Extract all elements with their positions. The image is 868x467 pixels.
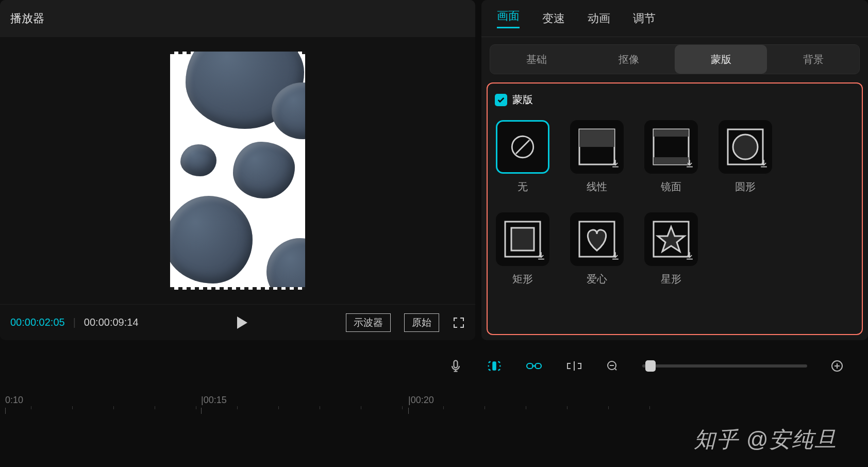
timecode-separator: | (73, 316, 76, 328)
tick-minor (526, 406, 526, 409)
download-icon[interactable] (536, 251, 546, 263)
tick-minor (196, 406, 196, 409)
mask-section: 蒙版 无线性镜面圆形矩形爱心星形 (487, 82, 863, 335)
timecode-total: 00:00:09:14 (84, 316, 139, 328)
preview-canvas[interactable] (170, 52, 305, 290)
mask-option-circle[interactable]: 圆形 (717, 120, 773, 194)
tick-minor (113, 406, 114, 409)
preview-area[interactable] (0, 37, 475, 304)
svg-point-8 (733, 135, 758, 159)
mask-option-rect[interactable]: 矩形 (495, 212, 550, 286)
zoom-slider[interactable] (642, 364, 807, 368)
mask-label: 星形 (661, 272, 681, 286)
mask-thumb-linear[interactable] (570, 120, 624, 174)
mask-option-heart[interactable]: 爱心 (569, 212, 625, 286)
bottom-toolbar (0, 345, 868, 387)
mask-thumb-circle[interactable] (719, 120, 772, 174)
tab-picture[interactable]: 画面 (497, 8, 520, 28)
subtab-cutout[interactable]: 抠像 (582, 45, 675, 74)
mask-option-star[interactable]: 星形 (643, 212, 699, 286)
svg-line-1 (516, 140, 529, 154)
fullscreen-icon[interactable] (453, 316, 465, 329)
link-icon[interactable] (526, 360, 542, 372)
tab-adjust[interactable]: 调节 (633, 11, 656, 26)
mask-enable-checkbox[interactable] (495, 94, 507, 106)
mask-label: 镜面 (661, 180, 681, 194)
mask-thumb-rect[interactable] (496, 212, 549, 266)
mask-label: 爱心 (587, 272, 607, 286)
properties-panel: 画面 变速 动画 调节 基础 抠像 蒙版 背景 蒙版 无线性镜面圆形矩形爱心星形 (481, 0, 868, 340)
zoom-thumb[interactable] (645, 360, 656, 372)
mask-option-linear[interactable]: 线性 (569, 120, 625, 194)
sub-tabs: 基础 抠像 蒙版 背景 (490, 44, 860, 74)
subtab-bg[interactable]: 背景 (767, 45, 859, 74)
split-icon[interactable] (566, 359, 582, 373)
download-icon[interactable] (685, 251, 695, 263)
mask-thumb-none[interactable] (496, 120, 549, 174)
timeline-ruler[interactable]: 0:10|00:15|00:20 (0, 390, 868, 427)
microphone-icon[interactable] (448, 359, 463, 373)
mask-label: 圆形 (735, 180, 756, 194)
mask-thumb-star[interactable] (644, 212, 698, 266)
mask-thumb-mirror[interactable] (644, 120, 698, 174)
player-title: 播放器 (0, 0, 475, 37)
subtab-mask[interactable]: 蒙版 (675, 45, 767, 74)
tick-minor (608, 406, 609, 409)
mask-label: 线性 (587, 180, 607, 194)
tick-major: |00:15 (201, 395, 227, 414)
tick-minor (320, 406, 320, 409)
mask-enable-label: 蒙版 (512, 93, 533, 107)
tick-minor (237, 406, 238, 409)
zoom-out-icon[interactable] (606, 360, 619, 372)
subtab-basic[interactable]: 基础 (490, 45, 582, 74)
tick-minor (443, 406, 444, 409)
mask-thumb-heart[interactable] (570, 212, 624, 266)
scope-button[interactable]: 示波器 (346, 313, 391, 332)
auto-cut-icon[interactable] (487, 358, 502, 374)
tab-animate[interactable]: 动画 (588, 11, 610, 26)
svg-rect-3 (579, 129, 614, 147)
svg-rect-10 (511, 228, 534, 251)
tick-minor (649, 406, 650, 409)
props-tabs: 画面 变速 动画 调节 (481, 0, 868, 37)
mask-label: 矩形 (512, 272, 533, 286)
svg-rect-14 (493, 362, 496, 370)
tick-major: 0:10 (5, 395, 23, 414)
svg-rect-6 (654, 157, 689, 164)
mask-option-mirror[interactable]: 镜面 (643, 120, 699, 194)
mask-label: 无 (518, 180, 528, 194)
mask-option-none[interactable]: 无 (495, 120, 550, 194)
mask-enable-row: 蒙版 (495, 93, 855, 107)
tick-minor (485, 406, 485, 409)
player-controls: 00:00:02:05 | 00:00:09:14 示波器 原始 (0, 304, 475, 340)
tick-minor (278, 406, 279, 409)
tick-minor (567, 406, 567, 409)
tick-minor (72, 406, 73, 409)
watermark: 知乎 @安纯旦 (694, 425, 837, 454)
timecode-current: 00:00:02:05 (10, 316, 65, 328)
download-icon[interactable] (685, 158, 695, 171)
tab-speed[interactable]: 变速 (542, 11, 565, 26)
play-button[interactable] (237, 316, 247, 329)
tick-minor (361, 406, 361, 409)
download-icon[interactable] (759, 158, 769, 171)
download-icon[interactable] (610, 251, 621, 263)
tick-major: |00:20 (408, 395, 434, 414)
zoom-in-icon[interactable] (831, 360, 843, 372)
original-button[interactable]: 原始 (404, 313, 439, 332)
download-icon[interactable] (610, 158, 621, 171)
svg-rect-5 (654, 129, 689, 137)
svg-rect-13 (454, 361, 458, 368)
player-panel: 播放器 00:00:02:05 | 00:00:09:14 示波器 原始 (0, 0, 475, 340)
mask-grid: 无线性镜面圆形矩形爱心星形 (495, 120, 855, 286)
tick-minor (31, 406, 31, 409)
tick-minor (155, 406, 155, 409)
tick-minor (402, 406, 403, 409)
